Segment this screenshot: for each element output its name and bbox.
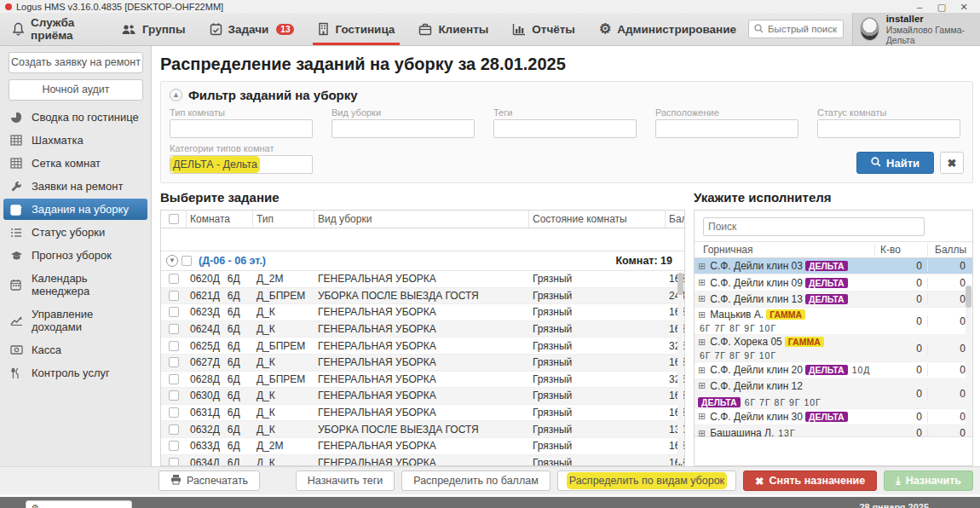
task-row[interactable]: 0630Д6ДД_КГЕНЕРАЛЬНАЯ УБОРКАГрязный163,2…: [161, 388, 684, 405]
location-input[interactable]: [655, 119, 798, 138]
assignee-search-input[interactable]: [703, 217, 925, 236]
nav-reports[interactable]: Отчёты: [500, 13, 587, 45]
task-checkbox[interactable]: [169, 374, 179, 384]
task-checkbox[interactable]: [169, 458, 179, 465]
user-menu[interactable]: installer Измайлово Гамма-Дельта: [852, 13, 980, 45]
assignee-row[interactable]: ⊞С.Ф. Дейли клин 13ДЕЛЬТА00: [695, 292, 972, 308]
expand-icon[interactable]: ⊞: [698, 428, 706, 436]
task-checkbox[interactable]: [169, 357, 179, 367]
sidebar-item-cash-desk[interactable]: Касса: [3, 339, 147, 361]
category-input[interactable]: ДЕЛЬТА - Дельта: [170, 155, 313, 174]
find-button[interactable]: Найти: [856, 152, 934, 174]
task-row[interactable]: 0623Д6ДД_КГЕНЕРАЛЬНАЯ УБОРКАГрязный163,2…: [161, 304, 684, 321]
task-checkbox[interactable]: [169, 291, 179, 301]
create-repair-request-button[interactable]: Создать заявку на ремонт: [9, 52, 143, 73]
expand-icon[interactable]: ⊞: [698, 337, 706, 348]
assignee-row[interactable]: ⊞С.Ф. Хорека 05ГАММА6Г 7Г 8Г 9Г 10Г00: [695, 335, 972, 362]
assignee-row[interactable]: ⊞С.Ф. Дейли клин 03ДЕЛЬТА00: [695, 258, 972, 274]
col-state[interactable]: Состояние комнаты: [529, 211, 666, 228]
tags-input[interactable]: [493, 119, 637, 138]
task-row[interactable]: 0620Д6ДД_2МГЕНЕРАЛЬНАЯ УБОРКАГрязный163,…: [161, 271, 684, 288]
col-type[interactable]: Тип: [253, 211, 314, 228]
settings-panel-button[interactable]: ⚙: [26, 500, 132, 508]
task-row[interactable]: 0624Д6ДД_КГЕНЕРАЛЬНАЯ УБОРКАГрязный163,2…: [161, 321, 684, 338]
collapse-filter-icon[interactable]: ▲: [170, 89, 182, 101]
assignee-row[interactable]: ⊞С.Ф. Дейли клин 30ДЕЛЬТА00: [695, 409, 972, 425]
assignee-row[interactable]: ⊞С.Ф. Дейли клин 09ДЕЛЬТА00: [695, 274, 972, 291]
group-checkbox[interactable]: [182, 256, 192, 266]
expand-icon[interactable]: ⊞: [698, 380, 706, 391]
assignee-row[interactable]: ⊞Мацькив А.ГАММА6Г 7Г 8Г 9Г 10Г00: [695, 308, 972, 335]
night-audit-button[interactable]: Ночной аудит: [9, 79, 143, 101]
nav-tasks[interactable]: Задачи 13: [198, 13, 307, 45]
col-qty[interactable]: К-во: [875, 244, 928, 256]
nav-administration[interactable]: ⚙ Администрирование: [587, 13, 748, 45]
quick-search[interactable]: [748, 20, 844, 38]
room-status-input[interactable]: [817, 119, 960, 138]
task-checkbox[interactable]: [169, 441, 179, 451]
minimize-button[interactable]: –: [908, 1, 931, 13]
task-checkbox[interactable]: [169, 307, 179, 317]
collapse-group-icon[interactable]: ▼: [166, 255, 178, 267]
nav-front-office[interactable]: Служба приёма: [0, 13, 109, 45]
search-icon: [871, 157, 881, 170]
tasks-scrollbar[interactable]: [677, 273, 683, 464]
task-row[interactable]: 0627Д6ДД_КГЕНЕРАЛЬНАЯ УБОРКАГрязный163,2…: [161, 355, 684, 372]
expand-icon[interactable]: ⊞: [698, 277, 706, 288]
task-checkbox[interactable]: [169, 341, 179, 351]
cleaning-type-input[interactable]: [331, 119, 475, 138]
sidebar-item-cleaning-forecast[interactable]: Прогноз уборок: [3, 245, 147, 266]
restore-button[interactable]: ▢: [931, 1, 953, 13]
task-row[interactable]: 0631Д6ДД_КГЕНЕРАЛЬНАЯ УБОРКАГрязный163,2…: [161, 405, 684, 422]
sidebar-item-room-grid[interactable]: Сетка комнат: [3, 153, 147, 174]
sidebar-item-service-control[interactable]: Контроль услуг: [3, 362, 147, 384]
close-button[interactable]: ✕: [953, 1, 975, 13]
assign-button[interactable]: ⤓ Назначить: [884, 470, 973, 491]
distribute-by-cleaning-types-button[interactable]: Распределить по видам уборок: [557, 470, 736, 491]
task-row[interactable]: 0628Д6ДД_БПРЕМГЕНЕРАЛЬНАЯ УБОРКАГрязный3…: [161, 372, 684, 389]
select-all-checkbox[interactable]: [169, 214, 179, 224]
quick-search-input[interactable]: [768, 24, 838, 34]
task-checkbox[interactable]: [169, 274, 179, 284]
task-row[interactable]: 0634Д6ДД_КГЕНЕРАЛЬНАЯ УБОРКАГрязный163,2…: [161, 455, 684, 465]
clear-filter-button[interactable]: ✖: [940, 152, 964, 174]
expand-icon[interactable]: ⊞: [698, 365, 706, 376]
task-row[interactable]: 0633Д6ДД_2МГЕНЕРАЛЬНАЯ УБОРКАГрязный163,…: [161, 438, 684, 455]
task-checkbox[interactable]: [169, 407, 179, 418]
task-row[interactable]: 0625Д6ДД_БПРЕМГЕНЕРАЛЬНАЯ УБОРКАГрязный3…: [161, 338, 684, 355]
distribute-by-points-button[interactable]: Распределить по баллам: [401, 470, 551, 491]
expand-icon[interactable]: ⊞: [698, 411, 706, 422]
expand-icon[interactable]: ⊞: [698, 261, 706, 272]
task-row[interactable]: 0632Д6ДД_КУБОРКА ПОСЛЕ ВЫЕЗДА ГОСТЯГрязн…: [161, 421, 684, 438]
nav-clients[interactable]: Клиенты: [406, 13, 500, 45]
assignee-row[interactable]: ⊞С.Ф. Дейли клин 12ДЕЛЬТА6Г 7Г 8Г 9Г 10Г…: [695, 379, 972, 409]
col-room[interactable]: Комната: [187, 211, 253, 228]
task-checkbox[interactable]: [169, 390, 179, 401]
assignee-row[interactable]: ⊞С.Ф. Дейли клин 20ДЕЛЬТА10Д00: [695, 362, 972, 378]
col-cleaning[interactable]: Вид уборки: [314, 211, 529, 228]
expand-icon[interactable]: ⊞: [698, 293, 706, 304]
sidebar-item-repair-requests[interactable]: Заявки на ремонт: [3, 176, 147, 197]
tasks-group-row[interactable]: ▼ (Д-06 - 06 эт.) Комнат: 19: [161, 251, 684, 271]
task-checkbox[interactable]: [169, 324, 179, 334]
assignee-row[interactable]: ⊞Башашина Л.13Г00: [695, 425, 972, 436]
col-points[interactable]: Баллы: [928, 244, 972, 256]
sidebar-item-manager-calendar[interactable]: Календарь менеджера: [3, 268, 147, 302]
expand-icon[interactable]: ⊞: [698, 309, 706, 320]
sidebar-item-chessboard[interactable]: Шахматка: [3, 130, 147, 151]
sidebar-item-hotel-summary[interactable]: Сводка по гостинице: [3, 107, 147, 128]
sidebar-item-revenue-management[interactable]: Управление доходами: [3, 303, 147, 338]
unassign-button[interactable]: ✖ Снять назначение: [743, 470, 877, 491]
nav-hotel[interactable]: Гостиница: [306, 13, 406, 45]
sidebar-item-cleaning-tasks[interactable]: Задания на уборку: [3, 199, 147, 220]
room-type-input[interactable]: [170, 119, 313, 138]
print-button[interactable]: Распечатать: [159, 470, 260, 491]
assign-tags-button[interactable]: Назначить теги: [296, 470, 395, 491]
assignee-scrollbar[interactable]: [966, 286, 971, 431]
sidebar-item-cleaning-status[interactable]: Статус уборки: [3, 222, 147, 243]
col-points[interactable]: Баллы: [666, 211, 685, 228]
task-row[interactable]: 0621Д6ДД_БПРЕМУБОРКА ПОСЛЕ ВЫЕЗДА ГОСТЯГ…: [161, 288, 684, 305]
task-checkbox[interactable]: [169, 424, 179, 435]
col-maid[interactable]: Горничная: [695, 244, 875, 256]
nav-groups[interactable]: Группы: [109, 13, 198, 45]
